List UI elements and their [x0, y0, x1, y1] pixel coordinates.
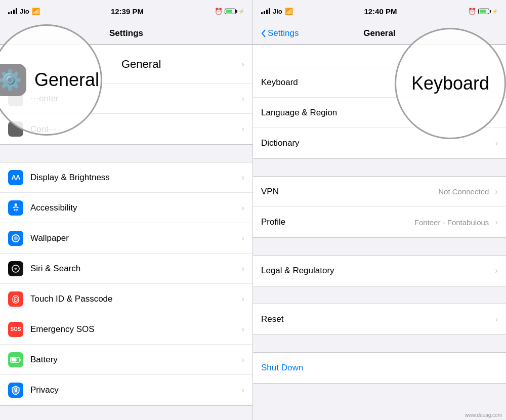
siri-label: Siri & Search [30, 264, 237, 274]
touchid-icon [8, 291, 23, 307]
reset-section: Reset › [253, 304, 506, 335]
right-spacer-3 [253, 286, 506, 304]
left-nav-title: Settings [109, 28, 143, 38]
dictionary-label: Dictionary [261, 138, 491, 148]
display-icon: AA [8, 170, 23, 185]
right-time: 12:40 PM [364, 7, 397, 16]
svg-point-2 [15, 299, 16, 300]
circle-content: ⚙️ General [0, 26, 101, 134]
legal-row[interactable]: Legal & Regulatory › [253, 256, 506, 286]
touchid-row[interactable]: Touch ID & Passcode › [0, 284, 252, 314]
keyboard-circle-content: Keyboard [396, 29, 504, 138]
privacy-label: Privacy [30, 385, 237, 395]
right-battery-icon: ⚡ [478, 9, 498, 14]
vpn-section: VPN Not Connected › Profile Fonteer - Fo… [253, 176, 506, 238]
reset-chevron: › [495, 314, 498, 324]
display-row[interactable]: AA Display & Brightness › [0, 162, 252, 193]
back-label: Settings [268, 28, 299, 38]
battery-label: Battery [30, 355, 237, 365]
siri-row[interactable]: Siri & Search › [0, 254, 252, 284]
display-chevron: › [241, 173, 244, 183]
keyboard-circle-overlay: Keyboard [395, 28, 506, 139]
carrier-label: Jio [20, 8, 29, 15]
battery-settings-icon [8, 352, 23, 367]
right-carrier-label: Jio [273, 8, 282, 15]
left-status-left: Jio 📶 [8, 8, 40, 15]
privacy-row[interactable]: Privacy › [0, 375, 252, 405]
privacy-icon [8, 383, 23, 398]
circle-label: General [34, 69, 99, 91]
svg-rect-4 [12, 358, 17, 361]
spacer-1 [0, 145, 252, 162]
accessibility-label: Accessibility [30, 203, 237, 213]
back-button[interactable]: Settings [261, 28, 299, 38]
display-label: Display & Brightness [30, 173, 237, 183]
legal-section: Legal & Regulatory › [253, 255, 506, 286]
siri-icon [8, 261, 23, 276]
vpn-value: Not Connected [438, 187, 489, 196]
touchid-label: Touch ID & Passcode [30, 294, 237, 304]
right-alarm-icon: ⏰ [468, 8, 476, 15]
left-status-right: ⏰ ⚡ [215, 8, 244, 15]
wallpaper-row[interactable]: Wallpaper › [0, 223, 252, 254]
sos-label: Emergency SOS [30, 324, 237, 334]
left-status-bar: Jio 📶 12:39 PM ⏰ ⚡ [0, 0, 252, 22]
privacy-chevron: › [241, 385, 244, 395]
siri-chevron: › [241, 264, 244, 274]
control-center-chevron: › [241, 94, 244, 104]
attribution: www.deuag.com [465, 412, 502, 418]
reset-row[interactable]: Reset › [253, 304, 506, 334]
right-nav-title: General [363, 28, 395, 38]
profile-chevron: › [495, 217, 498, 227]
main-section: AA Display & Brightness › Accessibility … [0, 162, 252, 406]
legal-label: Legal & Regulatory [261, 266, 491, 276]
profile-label: Profile [261, 217, 414, 227]
vpn-row[interactable]: VPN Not Connected › [253, 177, 506, 207]
right-spacer-2 [253, 238, 506, 255]
svg-point-0 [15, 203, 17, 206]
vpn-chevron: › [495, 187, 498, 197]
sos-icon: SOS [8, 322, 23, 337]
legal-chevron: › [495, 266, 498, 276]
wallpaper-chevron: › [241, 233, 244, 243]
reset-label: Reset [261, 314, 491, 324]
sos-chevron: › [241, 324, 244, 334]
profile-value: Fonteer - Fontabulous [414, 218, 489, 227]
alarm-icon: ⏰ [215, 8, 223, 15]
right-status-left: Jio 📶 [261, 8, 293, 15]
spacer-2 [0, 406, 252, 420]
touchid-chevron: › [241, 294, 244, 304]
accessibility-chevron: › [241, 203, 244, 213]
keyboard-circle-label: Keyboard [411, 73, 489, 94]
right-spacer-4 [253, 335, 506, 352]
gear-icon: ⚙️ [0, 64, 26, 96]
general-chevron: › [241, 59, 244, 69]
general-label: General [121, 58, 237, 71]
dictionary-chevron: › [495, 138, 498, 148]
profile-row[interactable]: Profile Fonteer - Fontabulous › [253, 207, 506, 237]
wifi-icon: 📶 [32, 8, 40, 15]
right-status-right: ⏰ ⚡ [468, 8, 498, 15]
circle-icon-area: ⚙️ General [0, 64, 99, 96]
shutdown-label: Shut Down [261, 363, 498, 373]
right-phone-panel: Jio 📶 12:40 PM ⏰ ⚡ Settings General [253, 0, 506, 420]
battery-row[interactable]: Battery › [0, 345, 252, 375]
left-time: 12:39 PM [111, 7, 144, 16]
right-signal-icon [261, 8, 270, 14]
right-spacer-1 [253, 159, 506, 176]
accessibility-icon [8, 200, 23, 216]
do-not-disturb-chevron: › [241, 124, 244, 134]
wallpaper-icon [8, 231, 23, 246]
wallpaper-label: Wallpaper [30, 233, 237, 243]
svg-rect-5 [19, 359, 21, 361]
general-circle-overlay: ⚙️ General [0, 24, 102, 136]
right-status-bar: Jio 📶 12:40 PM ⏰ ⚡ [253, 0, 506, 22]
vpn-label: VPN [261, 187, 438, 197]
shutdown-row[interactable]: Shut Down [253, 353, 506, 383]
right-wifi-icon: 📶 [285, 8, 293, 15]
accessibility-row[interactable]: Accessibility › [0, 193, 252, 223]
battery-icon: ⚡ [225, 9, 244, 14]
sos-row[interactable]: SOS Emergency SOS › [0, 314, 252, 345]
signal-icon [8, 8, 17, 14]
left-phone-panel: Jio 📶 12:39 PM ⏰ ⚡ Settings ⚙️ General [0, 0, 253, 420]
